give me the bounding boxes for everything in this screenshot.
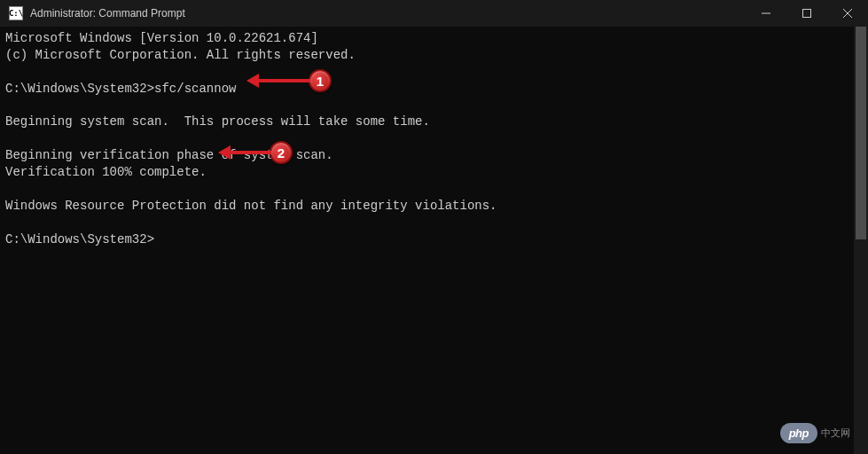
terminal-line: Beginning verification phase of system s…	[5, 147, 863, 164]
terminal-output[interactable]: Microsoft Windows [Version 10.0.22621.67…	[0, 27, 868, 252]
output-text: Windows Resource Protection did not find…	[5, 199, 497, 213]
maximize-button[interactable]	[786, 0, 827, 27]
terminal-line: C:\Windows\System32>sfc/scannow	[5, 81, 863, 98]
minimize-button[interactable]	[746, 0, 786, 27]
scrollbar[interactable]	[854, 27, 868, 454]
terminal-line	[5, 181, 863, 198]
window-controls	[746, 0, 868, 27]
terminal-line	[5, 64, 863, 81]
scrollbar-thumb[interactable]	[856, 27, 866, 239]
titlebar: C:\ Administrator: Command Prompt	[0, 0, 868, 27]
terminal-line: Microsoft Windows [Version 10.0.22621.67…	[5, 30, 863, 47]
output-text: Microsoft Windows [Version 10.0.22621.67…	[5, 31, 318, 45]
terminal-line: Verification 100% complete.	[5, 164, 863, 181]
terminal-line	[5, 215, 863, 231]
close-button[interactable]	[827, 0, 868, 27]
watermark-text: 中文网	[821, 427, 850, 440]
terminal-line	[5, 130, 863, 147]
terminal-line: C:\Windows\System32>	[5, 231, 863, 248]
output-text: Beginning system scan. This process will…	[5, 114, 430, 129]
prompt: C:\Windows\System32>	[5, 232, 154, 247]
output-text: Verification 100% complete.	[5, 165, 207, 179]
watermark-logo: php	[780, 423, 817, 443]
terminal-line: (c) Microsoft Corporation. All rights re…	[5, 47, 863, 64]
cmd-icon: C:\	[9, 6, 23, 20]
window-title: Administrator: Command Prompt	[30, 7, 746, 20]
command: sfc/scannow	[154, 82, 236, 96]
terminal-line: Beginning system scan. This process will…	[5, 114, 863, 130]
watermark: php 中文网	[780, 423, 850, 443]
output-text: Beginning verification phase of system s…	[5, 148, 333, 162]
prompt: C:\Windows\System32>	[5, 82, 154, 96]
svg-rect-1	[803, 10, 811, 18]
terminal-line	[5, 98, 863, 114]
output-text: (c) Microsoft Corporation. All rights re…	[5, 48, 356, 62]
terminal-line: Windows Resource Protection did not find…	[5, 198, 863, 215]
